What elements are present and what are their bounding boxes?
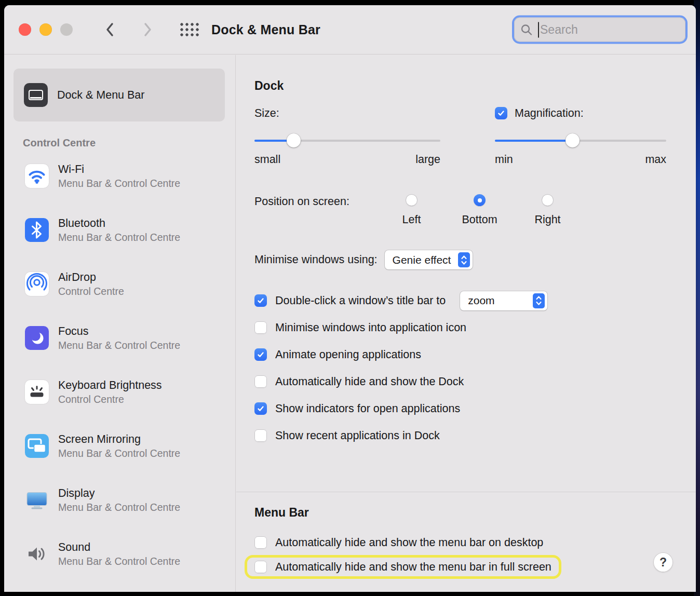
position-radio-group: Left Bottom Right: [378, 194, 582, 226]
setting-row[interactable]: Automatically hide and show the Dock: [254, 368, 696, 395]
setting-row[interactable]: Automatically hide and show the menu bar…: [254, 531, 696, 554]
check-icon: [497, 109, 505, 117]
window-title: Dock & Menu Bar: [211, 22, 320, 37]
sliders-row: Size: small large Magnification:: [254, 105, 696, 166]
sidebar-item-screen-mirroring[interactable]: Screen Mirroring Menu Bar & Control Cent…: [4, 419, 235, 473]
dock-section-heading: Dock: [254, 79, 696, 93]
sidebar-item-airdrop[interactable]: AirDrop Control Centre: [4, 257, 235, 311]
size-slider[interactable]: [254, 133, 440, 148]
minimise-windows-into-application-icon-checkbox[interactable]: [254, 321, 267, 334]
sidebar-item-label: Screen Mirroring: [58, 433, 180, 446]
show-recent-applications-in-dock-checkbox[interactable]: [254, 429, 267, 442]
checkbox-label: Show recent applications in Dock: [275, 429, 440, 442]
check-icon: [257, 296, 265, 305]
check-icon: [257, 350, 265, 359]
checkbox-label: Show indicators for open applications: [275, 402, 460, 415]
display-icon: [25, 488, 49, 512]
setting-row[interactable]: Minimise windows into application icon: [254, 314, 696, 341]
chevron-right-icon: [143, 22, 153, 37]
sidebar-item-bluetooth[interactable]: Bluetooth Menu Bar & Control Centre: [4, 203, 235, 257]
dropdown-value: zoom: [468, 294, 494, 307]
sidebar: Dock & Menu Bar Control Centre Wi-Fi Men…: [4, 55, 236, 592]
dock-menu-bar-icon: [24, 83, 48, 107]
dock-size-control: Size: small large: [254, 105, 440, 166]
search-placeholder: Search: [540, 23, 578, 37]
automatically-hide-and-show-the-dock-checkbox[interactable]: [254, 375, 267, 388]
sidebar-item-focus[interactable]: Focus Menu Bar & Control Centre: [4, 311, 235, 365]
search-icon: [520, 23, 533, 36]
sidebar-item-wi-fi[interactable]: Wi-Fi Menu Bar & Control Centre: [4, 149, 235, 203]
zoom-window-button[interactable]: [60, 23, 73, 36]
size-max-label: large: [415, 153, 440, 166]
minimise-using-label: Minimise windows using:: [254, 253, 378, 266]
search-input[interactable]: Search: [514, 18, 685, 42]
sidebar-item-display[interactable]: Display Menu Bar & Control Centre: [4, 473, 235, 527]
magnification-slider[interactable]: [495, 133, 666, 148]
size-min-label: small: [254, 153, 280, 166]
setting-row[interactable]: Show indicators for open applications: [254, 395, 696, 422]
slider-thumb[interactable]: [287, 133, 301, 147]
sidebar-item-subtitle: Menu Bar & Control Centre: [58, 178, 180, 189]
sidebar-item-list: Wi-Fi Menu Bar & Control Centre Bluetoot…: [4, 149, 235, 581]
show-all-preferences-button[interactable]: [179, 22, 200, 37]
help-button[interactable]: ?: [653, 552, 673, 572]
dock-settings-list: Double-click a window’s title bar tozoom…: [254, 287, 696, 449]
slider-track[interactable]: [495, 140, 666, 142]
position-on-screen-row: Position on screen: Left Bottom Right: [254, 194, 696, 226]
forward-button[interactable]: [143, 22, 153, 37]
sidebar-item-subtitle: Menu Bar & Control Centre: [58, 340, 180, 351]
sidebar-item-keyboard-brightness[interactable]: Keyboard Brightness Control Centre: [4, 365, 235, 419]
radio-label: Right: [534, 213, 560, 226]
show-indicators-for-open-applications-checkbox[interactable]: [254, 402, 267, 415]
sidebar-section-header: Control Centre: [23, 137, 235, 149]
menu-bar-settings-list: Automatically hide and show the menu bar…: [254, 531, 696, 579]
automatically-hide-and-show-the-menu-bar-in-full-screen-checkbox[interactable]: [254, 561, 267, 573]
slider-thumb[interactable]: [566, 133, 580, 147]
sidebar-item-subtitle: Menu Bar & Control Centre: [58, 502, 180, 513]
slider-fill: [495, 140, 572, 142]
position-option-bottom[interactable]: Bottom: [446, 194, 514, 226]
minimise-effect-dropdown[interactable]: Genie effect: [385, 250, 473, 269]
double-click-a-window-s-title-bar-to-dropdown[interactable]: zoom: [460, 291, 547, 310]
sidebar-item-label: AirDrop: [58, 271, 124, 284]
automatically-hide-and-show-the-menu-bar-on-desktop-checkbox[interactable]: [254, 536, 267, 549]
slider-track[interactable]: [254, 140, 440, 142]
sidebar-item-label: Bluetooth: [58, 217, 180, 230]
checkbox-label: Automatically hide and show the Dock: [275, 375, 464, 388]
double-click-a-window-s-title-bar-to-checkbox[interactable]: [254, 294, 267, 307]
setting-row[interactable]: Show recent applications in Dock: [254, 422, 696, 449]
checkbox-label: Animate opening applications: [275, 348, 421, 361]
magnification-min-label: min: [495, 153, 513, 166]
position-option-left[interactable]: Left: [378, 194, 446, 226]
sidebar-item-label: Display: [58, 487, 180, 500]
radio-label: Left: [402, 213, 421, 226]
grid-icon: [179, 22, 200, 37]
section-divider: [236, 492, 696, 492]
preferences-window: Dock & Menu Bar Search Dock & Menu Bar C…: [4, 5, 696, 592]
sidebar-item-subtitle: Menu Bar & Control Centre: [58, 232, 180, 243]
radio-button[interactable]: [542, 194, 554, 206]
setting-row[interactable]: Animate opening applications: [254, 341, 696, 368]
check-icon: [257, 404, 265, 413]
checkbox-label: Minimise windows into application icon: [275, 321, 466, 334]
animate-opening-applications-checkbox[interactable]: [254, 348, 267, 361]
sidebar-item-label: Wi-Fi: [58, 163, 180, 176]
back-button[interactable]: [105, 22, 114, 37]
setting-row[interactable]: Double-click a window’s title bar tozoom: [254, 287, 696, 314]
sidebar-item-sound[interactable]: Sound Menu Bar & Control Centre: [4, 527, 235, 581]
titlebar: Dock & Menu Bar Search: [4, 5, 696, 55]
close-window-button[interactable]: [19, 23, 31, 36]
minimize-window-button[interactable]: [39, 23, 52, 36]
sidebar-item-dock-menu-bar[interactable]: Dock & Menu Bar: [14, 69, 225, 121]
highlighted-setting-row[interactable]: Automatically hide and show the menu bar…: [245, 555, 561, 579]
position-option-right[interactable]: Right: [514, 194, 582, 226]
main-panel: Dock Size: small large Ma: [236, 55, 696, 592]
magnification-checkbox[interactable]: [495, 107, 507, 119]
sound-icon: [25, 542, 49, 566]
sidebar-item-subtitle: Menu Bar & Control Centre: [58, 556, 180, 567]
magnification-max-label: max: [645, 153, 666, 166]
magnification-label: Magnification:: [515, 107, 584, 120]
radio-button[interactable]: [474, 194, 486, 206]
airdrop-icon: [25, 272, 49, 296]
radio-button[interactable]: [406, 194, 418, 206]
